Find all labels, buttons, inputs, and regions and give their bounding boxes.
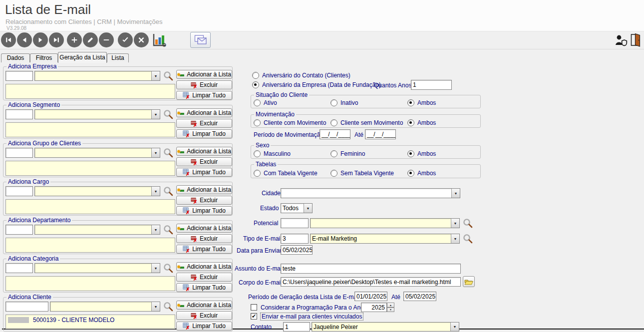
tab-dados[interactable]: Dados	[1, 53, 30, 62]
chevron-down-icon[interactable]: ▼	[304, 204, 312, 213]
data-para-enviar-input[interactable]: 05/02/2025	[281, 245, 313, 255]
ano-spinner-buttons[interactable]: ▲ ▼	[387, 303, 394, 312]
excluir-button[interactable]: ✗Excluir	[176, 311, 232, 320]
radio-masculino[interactable]: Masculino	[254, 150, 291, 157]
radio-aniversario-empresa[interactable]: Aniversário da Empresa (Data de Fundação…	[252, 81, 381, 88]
limpar-tudo-button[interactable]: ✗Limpar Tudo	[176, 129, 232, 138]
cargo-combo[interactable]: ▼	[34, 186, 160, 196]
excluir-button[interactable]: ✗Excluir	[176, 119, 232, 128]
potencial-combo[interactable]: ▼	[310, 218, 460, 228]
tab-geracao-da-lista[interactable]: Geração da Lista	[58, 52, 107, 63]
departamento-code-input[interactable]	[5, 225, 33, 235]
radio-cliente-com-movimento[interactable]: Cliente com Movimento	[254, 119, 326, 126]
estado-combo[interactable]: Todos▼	[281, 203, 313, 213]
periodo-geracao-ate-input[interactable]: 05/02/2025	[403, 292, 436, 301]
add-record-button[interactable]	[67, 32, 82, 47]
list-item[interactable]: 5000139 - CLIENTE MODELO	[33, 317, 114, 324]
radio-feminino[interactable]: Feminino	[330, 150, 365, 157]
grupo-combo[interactable]: ▼	[34, 148, 160, 158]
contato-code-input[interactable]: 1	[283, 322, 310, 332]
adicionar-a-lista-button[interactable]: ✹Adicionar à Lista	[176, 147, 232, 156]
segmento-combo[interactable]: ▼	[34, 109, 160, 119]
chevron-down-icon[interactable]: ▼	[151, 110, 160, 119]
chevron-down-icon[interactable]: ▼	[151, 148, 160, 157]
grupo-code-input[interactable]	[5, 148, 33, 158]
search-icon[interactable]	[463, 218, 473, 228]
remove-record-button[interactable]	[99, 32, 114, 47]
radio-com-tabela-vigente[interactable]: Com Tabela Vigente	[254, 170, 318, 177]
periodo-geracao-de-input[interactable]: 01/01/2025	[354, 292, 387, 301]
periodo-mov-de-input[interactable]: __/__/____	[320, 129, 350, 139]
tipo-email-code-input[interactable]: 3	[281, 234, 309, 244]
tab-lista[interactable]: Lista	[107, 53, 129, 62]
cargo-code-input[interactable]	[5, 186, 33, 196]
excluir-button[interactable]: ✗Excluir	[176, 157, 232, 166]
radio-sem-tabela-vigente[interactable]: Sem Tabela Vigente	[330, 170, 394, 177]
spin-down-icon[interactable]: ▼	[387, 308, 394, 313]
confirm-button[interactable]	[118, 32, 133, 47]
next-record-button[interactable]	[33, 32, 48, 47]
assunto-input[interactable]: teste	[281, 264, 461, 274]
user-permissions-button[interactable]	[615, 34, 628, 46]
exit-button[interactable]	[630, 33, 642, 47]
radio-aniversario-contato[interactable]: Aniversário do Contato (Clientes)	[252, 72, 350, 79]
adicionar-a-lista-button[interactable]: ✹Adicionar à Lista	[176, 185, 232, 194]
cliente-list[interactable]: 5000139 - CLIENTE MODELO	[5, 315, 175, 329]
adicionar-a-lista-button[interactable]: ✹Adicionar à Lista	[176, 262, 232, 271]
first-record-button[interactable]	[1, 32, 16, 47]
search-icon[interactable]	[163, 225, 173, 235]
chart-settings-button[interactable]: ⚙	[151, 33, 167, 47]
contato-combo[interactable]: Jaqueline Peixer▼	[312, 322, 459, 332]
tab-filtros[interactable]: Filtros	[30, 53, 58, 62]
limpar-tudo-button[interactable]: ✗Limpar Tudo	[176, 322, 232, 331]
cargo-list[interactable]	[5, 199, 175, 214]
adicionar-a-lista-button[interactable]: ✹Adicionar à Lista	[176, 70, 232, 79]
checkbox-enviar-vinculados[interactable]: ✔ Enviar e-mail para clientes vinculados	[251, 313, 363, 320]
departamento-list[interactable]	[5, 238, 175, 253]
empresa-list[interactable]	[5, 84, 175, 99]
chevron-down-icon[interactable]: ▼	[151, 264, 160, 273]
corpo-input[interactable]: C:\Users\jaqueline.peixer\Desktop\Testes…	[281, 277, 461, 287]
search-icon[interactable]	[163, 71, 173, 81]
checkbox-considerar-programacao[interactable]: Considerar a Programação Para o Ano de	[251, 304, 372, 311]
chevron-down-icon[interactable]: ▼	[151, 225, 160, 234]
chevron-down-icon[interactable]: ▼	[151, 302, 160, 311]
excluir-button[interactable]: ✗Excluir	[176, 234, 232, 243]
radio-situacao-ambos[interactable]: Ambos	[407, 99, 436, 106]
adicionar-a-lista-button[interactable]: ✹Adicionar à Lista	[176, 301, 232, 310]
quantos-anos-input[interactable]: 1	[411, 80, 452, 90]
search-icon[interactable]	[163, 186, 173, 196]
limpar-tudo-button[interactable]: ✗Limpar Tudo	[176, 245, 232, 254]
chevron-down-icon[interactable]: ▼	[151, 187, 160, 196]
chevron-down-icon[interactable]: ▼	[151, 71, 160, 80]
radio-ativo[interactable]: Ativo	[254, 99, 277, 106]
radio-movimentacao-ambos[interactable]: Ambos	[407, 119, 436, 126]
tipo-email-combo[interactable]: E-mail Marketing▼	[310, 234, 460, 244]
radio-tabelas-ambos[interactable]: Ambos	[407, 170, 436, 177]
cliente-combo[interactable]: ▼	[50, 302, 160, 312]
ano-spinner-input[interactable]: 2025	[361, 303, 387, 312]
cidade-combo[interactable]: ▼	[281, 188, 460, 198]
send-email-button[interactable]	[190, 32, 211, 48]
chevron-down-icon[interactable]: ▼	[450, 323, 459, 331]
excluir-button[interactable]: ✗Excluir	[176, 80, 232, 89]
empresa-combo[interactable]: ▼	[34, 71, 160, 81]
empresa-code-input[interactable]	[5, 71, 33, 81]
limpar-tudo-button[interactable]: ✗Limpar Tudo	[176, 168, 232, 177]
chevron-down-icon[interactable]: ▼	[451, 234, 459, 243]
adicionar-a-lista-button[interactable]: ✹Adicionar à Lista	[176, 224, 232, 233]
grupo-list[interactable]	[5, 161, 175, 176]
edit-record-button[interactable]	[83, 32, 98, 47]
segmento-list[interactable]	[5, 122, 175, 137]
search-icon[interactable]	[463, 234, 473, 244]
radio-cliente-sem-movimento[interactable]: Cliente sem Movimento	[330, 119, 403, 126]
chevron-down-icon[interactable]: ▼	[451, 189, 460, 198]
cancel-button[interactable]	[134, 32, 149, 47]
categoria-list[interactable]	[5, 276, 175, 291]
potencial-code-input[interactable]	[281, 218, 309, 228]
periodo-mov-ate-input[interactable]: __/__/____	[365, 129, 396, 139]
limpar-tudo-button[interactable]: ✗Limpar Tudo	[176, 91, 232, 100]
search-icon[interactable]	[163, 302, 173, 312]
cliente-code-input[interactable]	[5, 302, 48, 312]
departamento-combo[interactable]: ▼	[34, 225, 160, 235]
